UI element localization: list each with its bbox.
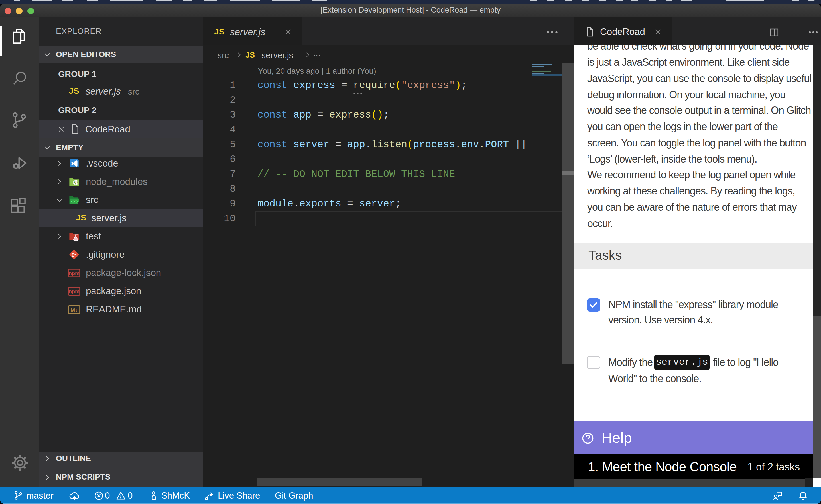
svg-text:JS: JS — [74, 181, 78, 184]
svg-text:npm: npm — [69, 289, 79, 294]
svg-text:npm: npm — [69, 271, 79, 276]
svg-text:M↓: M↓ — [70, 307, 77, 313]
svg-text:</>: </> — [71, 200, 78, 204]
